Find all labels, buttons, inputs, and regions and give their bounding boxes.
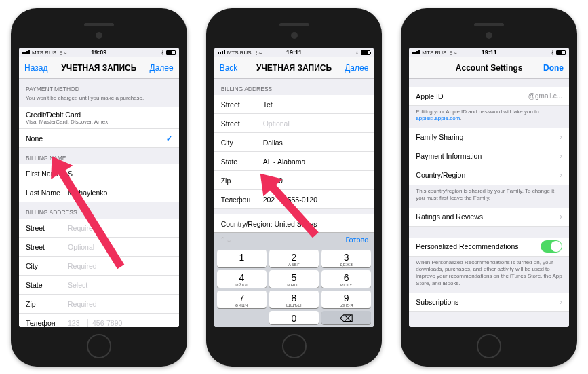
- back-button[interactable]: Back: [220, 63, 238, 73]
- city-value: Required: [68, 262, 172, 270]
- backspace-key[interactable]: ⌫: [321, 311, 371, 324]
- signal-icon: [412, 50, 420, 54]
- subscriptions-row[interactable]: Subscriptions›: [409, 293, 569, 312]
- bluetooth-icon: ᚼ: [551, 50, 554, 56]
- key-3[interactable]: 3ДЕЖЗ: [321, 250, 371, 267]
- street1-row[interactable]: StreetRequired: [19, 219, 179, 238]
- zip-row[interactable]: Zip36310: [214, 171, 374, 190]
- payment-card-row[interactable]: Credit/Debit Card Visa, MasterCard, Disc…: [19, 107, 179, 129]
- done-button[interactable]: Done: [543, 63, 564, 73]
- keypad: 12АБВГ3ДЕЖЗ4ИЙКЛ5МНОП6РСТУ7ФХЦЧ8ШЩЪЫ9ЬЭЮ…: [214, 247, 374, 327]
- content[interactable]: PAYMENT METHOD You won't be charged unti…: [19, 79, 179, 327]
- apple-id-footer: Editing your Apple ID and password will …: [409, 106, 569, 128]
- kb-prev-icon[interactable]: ⌃: [220, 236, 226, 244]
- apple-id-value: @gmail.c...: [528, 92, 562, 100]
- next-button[interactable]: Далее: [345, 63, 368, 73]
- apple-id-row[interactable]: Apple ID@gmail.c...: [409, 87, 569, 106]
- next-button[interactable]: Далее: [150, 63, 174, 73]
- apple-id-label: Apple ID: [416, 92, 528, 100]
- ratings-row[interactable]: Ratings and Reviews›: [409, 208, 569, 227]
- phone-number: 555-0120: [288, 195, 368, 204]
- street2-row[interactable]: StreetOptional: [19, 238, 179, 257]
- street2-value: Optional: [68, 243, 172, 251]
- keyboard-toolbar: ⌃ ⌄ Готово: [214, 232, 374, 247]
- state-label: State: [221, 157, 263, 166]
- last-name-row[interactable]: Last NameMikhaylenko: [19, 183, 179, 202]
- city-value: Dallas: [263, 138, 368, 147]
- key-9[interactable]: 9ЬЭЮЯ: [321, 291, 371, 308]
- battery-icon: [166, 50, 176, 55]
- content[interactable]: Apple ID@gmail.c... Editing your Apple I…: [409, 79, 569, 327]
- zip-row[interactable]: ZipRequired: [19, 295, 179, 314]
- home-button[interactable]: [87, 334, 111, 358]
- phone-row[interactable]: Телефон202555-0120: [214, 190, 374, 209]
- city-row[interactable]: CityRequired: [19, 257, 179, 276]
- key-0[interactable]: 0: [269, 311, 319, 324]
- content[interactable]: BILLING ADDRESS StreetTet StreetOptional…: [214, 79, 374, 232]
- street2-row[interactable]: StreetOptional: [214, 114, 374, 133]
- battery-icon: [361, 50, 370, 55]
- phone-number: 456-7890: [92, 319, 172, 327]
- status-bar: MTS RUS⋮≈ 19:11 ᚼ: [409, 48, 569, 57]
- chevron-right-icon: ›: [560, 297, 562, 307]
- chevron-right-icon: ›: [560, 170, 562, 180]
- kb-done-button[interactable]: Готово: [345, 236, 368, 244]
- street-label: Street: [26, 243, 68, 251]
- state-label: State: [26, 281, 68, 289]
- state-row[interactable]: StateAL - Alabama: [214, 152, 374, 171]
- ratings-label: Ratings and Reviews: [416, 212, 560, 221]
- personalized-row: Personalized Recommendations: [409, 238, 569, 257]
- key-5[interactable]: 5МНОП: [269, 270, 319, 288]
- state-value: Select: [68, 281, 172, 289]
- wifi-icon: ⋮≈: [254, 50, 262, 56]
- appleid-link[interactable]: appleid.apple.com: [416, 115, 460, 121]
- nav-title: УЧЕТНАЯ ЗАПИСЬ: [256, 63, 332, 73]
- payment-method-footer: You won't be charged until you make a pu…: [19, 95, 179, 107]
- back-button[interactable]: Назад: [24, 63, 47, 73]
- phone-frame-1: MTS RUS⋮≈ 19:09 ᚼ Назад УЧЕТНАЯ ЗАПИСЬ Д…: [11, 8, 187, 367]
- payment-none-row[interactable]: None ✓: [19, 129, 179, 148]
- family-sharing-row[interactable]: Family Sharing›: [409, 128, 569, 147]
- country-row[interactable]: Country/Region: United States: [214, 214, 374, 232]
- country-region-row[interactable]: Country/Region›: [409, 166, 569, 185]
- nav-bar: Account Settings Done: [409, 57, 569, 79]
- phone-code: 123: [68, 319, 88, 327]
- kb-next-icon[interactable]: ⌄: [226, 236, 232, 244]
- payment-info-row[interactable]: Payment Information›: [409, 147, 569, 166]
- phone-row[interactable]: Телефон123456-7890: [19, 314, 179, 327]
- street1-value: Required: [68, 224, 172, 232]
- key-7[interactable]: 7ФХЦЧ: [217, 291, 267, 308]
- home-button[interactable]: [282, 334, 307, 358]
- subscriptions-label: Subscriptions: [416, 298, 560, 306]
- status-bar: MTS RUS⋮≈ 19:09 ᚼ: [19, 48, 179, 57]
- first-name-row[interactable]: First NameS: [19, 164, 179, 183]
- personalized-toggle[interactable]: [541, 240, 562, 253]
- key-4[interactable]: 4ИЙКЛ: [217, 270, 267, 288]
- wifi-icon: ⋮≈: [448, 50, 456, 56]
- street1-value: Tet: [263, 100, 368, 109]
- phone-frame-3: MTS RUS⋮≈ 19:11 ᚼ Account Settings Done …: [401, 8, 577, 367]
- home-button[interactable]: [477, 334, 501, 358]
- street1-row[interactable]: StreetTet: [214, 95, 374, 114]
- nav-bar: Back УЧЕТНАЯ ЗАПИСЬ Далее: [214, 57, 374, 79]
- phone-frame-2: MTS RUS⋮≈ 19:11 ᚼ Back УЧЕТНАЯ ЗАПИСЬ Да…: [206, 8, 383, 367]
- nav-bar: Назад УЧЕТНАЯ ЗАПИСЬ Далее: [19, 57, 179, 79]
- carrier: MTS RUS: [422, 50, 446, 56]
- key-8[interactable]: 8ШЩЪЫ: [269, 291, 319, 308]
- state-value: AL - Alabama: [263, 157, 368, 166]
- country-region-label: Country/Region: [416, 171, 560, 179]
- personalized-label: Personalized Recommendations: [416, 242, 541, 250]
- bluetooth-icon: ᚼ: [355, 50, 359, 56]
- key-1[interactable]: 1: [217, 250, 267, 267]
- card-title: Credit/Debit Card: [26, 111, 81, 119]
- last-name-value: Mikhaylenko: [68, 189, 172, 197]
- state-row[interactable]: StateSelect: [19, 276, 179, 295]
- country-label: Country/Region: United States: [221, 220, 368, 228]
- key-2[interactable]: 2АБВГ: [269, 250, 319, 267]
- battery-icon: [556, 50, 566, 55]
- street2-value: Optional: [263, 119, 368, 128]
- phone-code: 202: [263, 195, 283, 204]
- city-row[interactable]: CityDallas: [214, 133, 374, 152]
- last-name-label: Last Name: [26, 189, 68, 197]
- key-6[interactable]: 6РСТУ: [321, 270, 371, 288]
